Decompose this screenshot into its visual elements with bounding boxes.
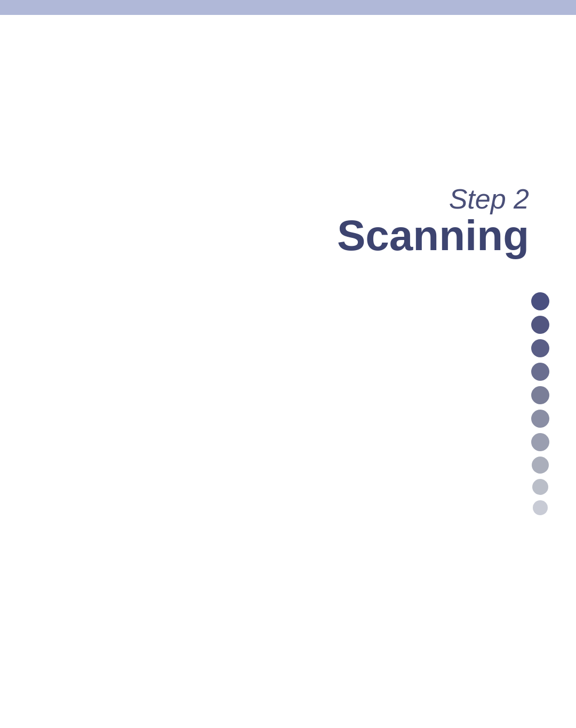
step-title-block: Step 2 Scanning [337,184,529,257]
step-title: Scanning [337,214,529,257]
dot-4 [531,363,549,381]
dot-10 [533,500,548,515]
dot-2 [531,316,549,334]
dot-8 [532,457,549,474]
step-label: Step 2 [337,184,529,214]
dot-1 [531,292,549,310]
dot-6 [531,410,549,428]
dot-5 [531,386,549,404]
header-bar [0,0,576,15]
dots-container [531,292,549,515]
content-area: Step 2 Scanning [0,15,576,728]
dot-3 [531,339,549,357]
dot-9 [532,479,548,495]
dot-7 [531,433,549,451]
